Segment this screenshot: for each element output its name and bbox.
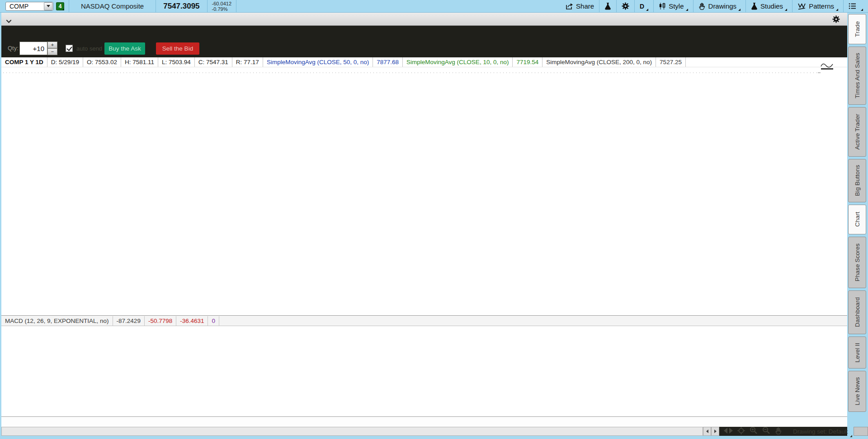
tool-patterns[interactable]: Patterns — [793, 0, 843, 13]
sidebar-tab-label: Times And Sales — [854, 53, 861, 98]
chart-header-cell[interactable]: SimpleMovingAvg (CLOSE, 50, 0, no) — [263, 57, 373, 67]
macd-header-cell: 0 — [208, 316, 219, 326]
tool-style[interactable]: Style — [654, 0, 693, 13]
symbol-select[interactable]: COMP — [5, 2, 53, 11]
gear-icon — [622, 2, 629, 10]
zoom-in-icon[interactable] — [750, 426, 758, 436]
chart-header-cell: H: 7581.11 — [121, 57, 158, 67]
zoom-out-icon[interactable] — [762, 426, 770, 436]
h-scrollbar[interactable] — [1, 427, 703, 436]
tool-label: Share — [576, 2, 594, 10]
qty-decrement-button[interactable]: − — [47, 48, 57, 55]
scroll-right-button[interactable] — [711, 427, 719, 436]
sidebar-tab-label: Phase Scores — [854, 243, 861, 281]
chart-header-cell: L: 7503.94 — [158, 57, 195, 67]
chart-status-header: COMP 1 Y 1DD: 5/29/19O: 7553.02H: 7581.1… — [1, 57, 847, 67]
sidebar-tab-active-trader[interactable]: Active Trader — [848, 107, 866, 157]
macd-chart[interactable] — [1, 326, 847, 416]
share-icon — [566, 3, 573, 10]
sidebar-tab-label: Live News — [854, 377, 861, 405]
drawing-set-selector[interactable]: Drawing set: Default — [793, 428, 852, 435]
arrow-left-icon — [706, 430, 708, 433]
panel-collapse-bar — [1, 13, 847, 26]
tool-share[interactable]: Share — [561, 0, 599, 13]
hand-icon — [775, 427, 782, 436]
zoom-out-icon — [762, 426, 770, 436]
qty-input[interactable] — [19, 42, 47, 55]
dropdown-corner-icon — [738, 9, 741, 11]
dropdown-corner-icon — [861, 9, 863, 11]
tool-label: Studies — [760, 2, 783, 10]
tool-analyze[interactable] — [599, 0, 616, 13]
macd-study-header: MACD (12, 26, 9, EXPONENTIAL, no)-87.242… — [1, 315, 847, 326]
freehand-icon[interactable] — [820, 63, 835, 72]
top-toolbar: COMP 4 NASDAQ Composite 7547.3095 -60.04… — [0, 0, 868, 13]
sidebar-tab-dashboard[interactable]: Dashboard — [848, 290, 866, 334]
macd-header-cell: -36.4631 — [176, 316, 208, 326]
dropdown-corner-icon — [785, 9, 787, 11]
tool-drawings[interactable]: Drawings — [693, 0, 746, 13]
candles-icon — [659, 2, 666, 10]
dropdown-corner-icon — [850, 428, 852, 437]
price-chart[interactable] — [1, 67, 847, 315]
symbol-dropdown-button[interactable] — [44, 2, 52, 10]
sidebar-tab-times-and-sales[interactable]: Times And Sales — [848, 47, 866, 105]
dropdown-corner-icon — [836, 9, 838, 11]
chart-toolbar-buttons: ShareDStyleDrawingsStudiesPatterns — [561, 0, 868, 13]
sell-the-bid-button[interactable]: Sell the Bid — [156, 42, 199, 55]
watchlist-flag-badge[interactable]: 4 — [56, 2, 64, 10]
chart-header-cell[interactable]: SimpleMovingAvg (CLOSE, 10, 0, no) — [403, 57, 513, 67]
sidebar-tab-phase-scores[interactable]: Phase Scores — [848, 237, 866, 288]
auto-send-checkbox[interactable] — [66, 45, 73, 52]
sidebar-tab-big-buttons[interactable]: Big Buttons — [848, 159, 866, 202]
hand-icon — [698, 2, 706, 10]
crosshair-icon[interactable] — [737, 427, 745, 436]
qty-stepper: + − — [47, 42, 57, 55]
tool-timeframe[interactable]: D — [635, 0, 653, 13]
chart-header-cell: 7527.25 — [656, 57, 686, 67]
patterns-icon — [797, 3, 806, 10]
gadget-sidebar: TradeTimes And SalesActive TraderBig But… — [848, 14, 867, 414]
chart-header-cell: 7877.68 — [373, 57, 403, 67]
trade-settings-gear-icon[interactable] — [832, 15, 840, 25]
sidebar-tab-live-news[interactable]: Live News — [848, 371, 866, 412]
macd-header-cell: -50.7798 — [145, 316, 176, 326]
symbol-description: NASDAQ Composite — [69, 2, 156, 10]
tool-settings[interactable] — [617, 0, 634, 13]
tool-label: D — [640, 3, 644, 10]
sidebar-tab-level-ii[interactable]: Level II — [848, 336, 866, 369]
last-price: 7547.3095 — [156, 2, 207, 11]
order-entry-row: Qty: + − auto send Buy the Ask Sell the … — [1, 26, 847, 57]
thinkorswim-window: COMP 4 NASDAQ Composite 7547.3095 -60.04… — [0, 0, 868, 439]
chevron-down-icon — [47, 5, 50, 7]
tool-studies[interactable]: Studies — [746, 0, 792, 13]
tool-label: Patterns — [809, 2, 834, 10]
buy-the-ask-button[interactable]: Buy the Ask — [104, 42, 145, 55]
chart-header-cell: 7719.54 — [513, 57, 542, 67]
chart-header-cell[interactable]: SimpleMovingAvg (CLOSE, 200, 0, no) — [542, 57, 656, 67]
chart-header-cell: C: 7547.31 — [195, 57, 232, 67]
dropdown-corner-icon — [686, 9, 688, 11]
sidebar-tab-label: Big Buttons — [854, 165, 861, 196]
chart-header-cell: D: 5/29/19 — [47, 57, 83, 67]
sidebar-tab-chart[interactable]: Chart — [848, 205, 866, 234]
macd-header-cell: -87.2429 — [113, 316, 145, 326]
sidebar-tab-trade[interactable]: Trade — [848, 14, 866, 44]
price-change: -60.0412 -0.79% — [208, 1, 236, 12]
qty-increment-button[interactable]: + — [47, 42, 57, 48]
time-axis — [1, 416, 847, 427]
collapse-chevron-icon[interactable] — [6, 17, 12, 25]
pan-icon[interactable] — [724, 427, 733, 435]
change-value: -60.0412 — [212, 1, 231, 6]
macd-header-cell[interactable]: MACD (12, 26, 9, EXPONENTIAL, no) — [1, 316, 113, 326]
dropdown-corner-icon — [646, 9, 648, 11]
symbol-value: COMP — [6, 3, 44, 10]
zoom-in-icon — [750, 426, 758, 436]
freehand-glyph — [820, 64, 835, 72]
hand-icon[interactable] — [775, 427, 782, 436]
tool-menu[interactable] — [844, 0, 868, 13]
tool-label: Drawings — [708, 2, 737, 10]
chart-header-cell: R: 77.17 — [232, 57, 263, 67]
scroll-left-button[interactable] — [703, 427, 711, 436]
bottom-bar: Drawing set: Default — [1, 427, 847, 436]
